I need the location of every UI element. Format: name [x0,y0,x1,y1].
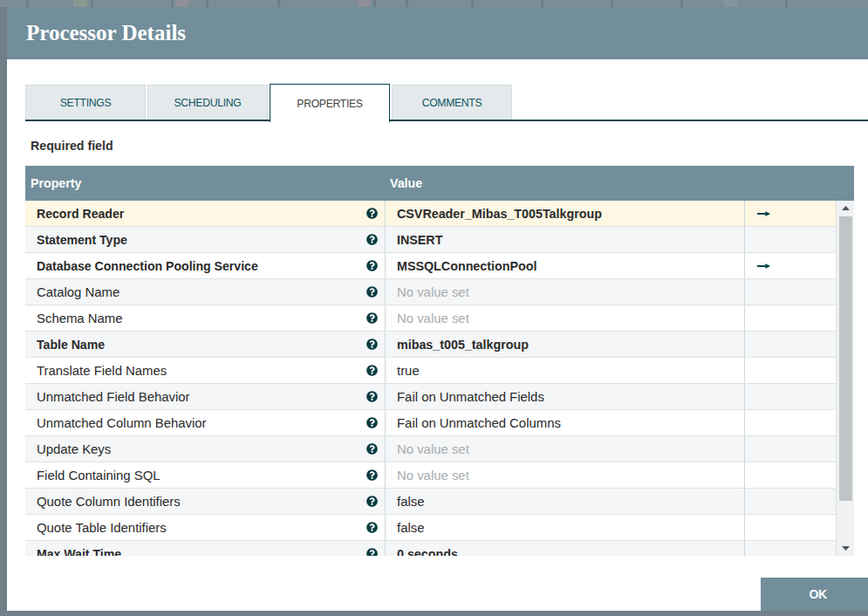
table-viewport: Record Reader CSVReader_Mibas_T005Talkgr… [25,201,854,556]
help-icon[interactable] [366,496,378,507]
dimmed-canvas-top [0,0,868,7]
property-value[interactable]: No value set [386,462,745,488]
property-name: Quote Column Identifiers [37,495,366,509]
row-actions [745,515,836,540]
property-name: Statement Type [37,233,366,247]
property-value[interactable]: true [386,358,745,383]
row-actions [745,201,836,226]
table-row[interactable]: Statement Type INSERT [25,227,836,253]
scroll-up-button[interactable] [837,201,854,216]
tab-settings[interactable]: SETTINGS [25,85,146,120]
property-value[interactable]: Fail on Unmatched Fields [386,384,745,409]
row-actions [745,253,836,278]
row-actions [745,410,836,435]
property-name: Update Keys [37,442,366,456]
dialog-header: Processor Details [7,7,868,59]
tab-properties[interactable]: PROPERTIES [270,84,390,122]
property-name: Table Name [37,338,366,352]
property-name: Translate Field Names [37,364,366,378]
dialog-title: Processor Details [26,21,186,45]
help-icon[interactable] [366,286,378,298]
table-row[interactable]: Database Connection Pooling Service MSSQ… [25,253,836,279]
help-icon[interactable] [366,417,378,428]
table-row[interactable]: Schema Name No value set [25,305,836,332]
property-name: Database Connection Pooling Service [37,259,366,273]
property-name: Max Wait Time [37,547,366,557]
row-actions [745,436,836,462]
table-row[interactable]: Table Name mibas_t005_talkgroup [25,332,836,358]
help-icon[interactable] [366,234,378,245]
row-actions [745,541,836,556]
property-value[interactable]: false [386,489,745,514]
row-actions [745,358,836,383]
row-actions [745,462,836,488]
dimmed-canvas-bottom [0,611,868,616]
table-rows: Record Reader CSVReader_Mibas_T005Talkgr… [25,201,836,556]
help-icon[interactable] [366,365,378,376]
go-to-service-icon[interactable] [757,209,770,218]
property-name: Unmatched Field Behavior [37,390,366,404]
property-value[interactable]: CSVReader_Mibas_T005Talkgroup [386,201,745,226]
scroll-down-button[interactable] [837,541,854,556]
processor-details-dialog: Processor Details SETTINGSSCHEDULINGPROP… [7,7,868,611]
property-value[interactable]: false [386,515,745,540]
table-row[interactable]: Translate Field Names true [25,358,836,384]
row-actions [745,279,836,305]
property-value[interactable]: No value set [386,436,745,462]
property-value[interactable]: No value set [386,305,745,331]
go-to-service-icon[interactable] [757,262,770,270]
help-icon[interactable] [366,260,378,271]
help-icon[interactable] [366,312,378,324]
property-name: Field Containing SQL [37,469,366,483]
table-header-row: Property Value [25,166,854,201]
tab-comments[interactable]: COMMENTS [392,85,512,120]
property-value[interactable]: INSERT [386,227,745,252]
property-value[interactable]: Fail on Unmatched Columns [386,410,745,435]
property-name: Catalog Name [37,285,366,299]
property-value[interactable]: 0 seconds [386,541,745,556]
scrollbar-thumb[interactable] [839,216,852,501]
table-row[interactable]: Unmatched Column Behavior Fail on Unmatc… [25,410,836,436]
property-value[interactable]: MSSQLConnectionPool [386,253,745,278]
row-actions [745,489,836,514]
property-value[interactable]: mibas_t005_talkgroup [386,332,745,357]
row-actions [745,332,836,357]
help-icon[interactable] [366,391,378,402]
help-icon[interactable] [366,443,378,455]
property-value[interactable]: No value set [386,279,745,305]
property-name: Schema Name [37,311,366,325]
table-row[interactable]: Max Wait Time 0 seconds [25,541,836,556]
help-icon[interactable] [366,339,378,350]
property-name: Unmatched Column Behavior [37,416,366,430]
scroll-up-icon [842,206,850,210]
property-name: Quote Table Identifiers [37,521,366,535]
scroll-down-icon [842,546,850,551]
required-field-label: Required field [31,139,113,153]
help-icon[interactable] [366,522,378,533]
table-row[interactable]: Quote Column Identifiers false [25,489,836,515]
tab-scheduling[interactable]: SCHEDULING [147,85,268,120]
table-row[interactable]: Record Reader CSVReader_Mibas_T005Talkgr… [25,201,836,227]
table-row[interactable]: Catalog Name No value set [25,279,836,305]
row-actions [745,305,836,331]
column-header-value[interactable]: Value [386,176,422,190]
property-name: Record Reader [37,207,366,221]
table-row[interactable]: Update Keys No value set [25,436,836,462]
row-actions [745,227,836,252]
table-row[interactable]: Unmatched Field Behavior Fail on Unmatch… [25,384,836,410]
ok-button[interactable]: OK [761,578,868,611]
tab-underline [25,120,868,121]
tab-bar: SETTINGSSCHEDULINGPROPERTIESCOMMENTS [25,85,868,121]
table-row[interactable]: Quote Table Identifiers false [25,515,836,541]
column-header-property[interactable]: Property [25,176,386,190]
help-icon[interactable] [366,208,378,219]
help-icon[interactable] [366,469,378,481]
help-icon[interactable] [366,548,378,556]
properties-table: Property Value Record Reader CSVReader_M… [25,166,854,556]
table-row[interactable]: Field Containing SQL No value set [25,462,836,489]
vertical-scrollbar[interactable] [836,201,854,556]
row-actions [745,384,836,409]
